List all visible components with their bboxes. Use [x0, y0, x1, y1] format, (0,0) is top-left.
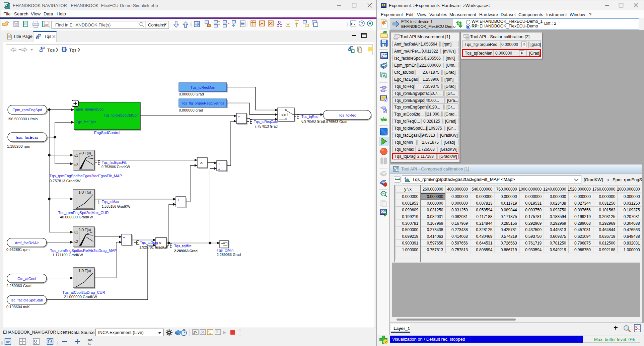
svg-text:Tqs_rpmEngSpdfacEgas2facEgasFi: Tqs_rpmEngSpdfacEgas2facEgasFilt_MAP: [50, 174, 122, 178]
svg-text:Tqs_tqMin: Tqs_tqMin: [217, 248, 233, 252]
svg-text:0.480469: 0.480469: [476, 234, 492, 239]
svg-text:0.292969: 0.292969: [525, 221, 542, 226]
svg-text:0.000000: 0.000000: [599, 194, 615, 199]
svg-text:0.900391: 0.900391: [402, 241, 418, 246]
svg-text:0.968750: 0.968750: [574, 248, 591, 252]
svg-text:0.437500: 0.437500: [525, 227, 542, 232]
svg-text:0.761719: 0.761719: [525, 241, 542, 246]
svg-text:a+b: a+b: [383, 119, 387, 121]
svg-text:0.273438: 0.273438: [427, 227, 443, 232]
svg-text:0.808594: 0.808594: [476, 248, 492, 252]
svg-text:Tqs_tqReqMan: Tqs_tqReqMan: [191, 85, 215, 89]
svg-text:u2: u2: [74, 163, 78, 167]
svg-text:0.796875: 0.796875: [574, 241, 591, 246]
svg-text:0.031250: 0.031250: [451, 208, 468, 212]
svg-text:191: 191: [193, 331, 197, 333]
svg-text:100: 100: [87, 339, 92, 342]
svg-text:760.000000: 760.000000: [496, 187, 517, 192]
svg-text:0.001953: 0.001953: [402, 201, 418, 206]
svg-text:0.832031: 0.832031: [624, 241, 640, 246]
svg-text:0.285156: 0.285156: [501, 221, 517, 226]
svg-text:0.636719: 0.636719: [599, 234, 615, 239]
svg-text:0.574219: 0.574219: [501, 234, 517, 239]
svg-text:%: %: [88, 343, 91, 346]
svg-text:Tqs_tqMax: Tqs_tqMax: [102, 200, 119, 204]
svg-text:Tqs_atCool2tqDrag_CUR: Tqs_atCool2tqDrag_CUR: [62, 290, 105, 294]
svg-text:0.000000 grad: 0.000000 grad: [179, 108, 203, 112]
svg-text:0.328125: 0.328125: [476, 227, 492, 232]
svg-text:1.535156 GradKW: 1.535156 GradKW: [102, 205, 131, 208]
svg-text:0.289063: 0.289063: [574, 221, 591, 226]
svg-text:0.109375: 0.109375: [624, 208, 640, 212]
svg-text:0.000000: 0.000000: [476, 194, 492, 199]
svg-text:0.099609: 0.099609: [402, 208, 418, 212]
svg-text:Tqs_flgTorqueReqOverride: Tqs_flgTorqueReqOverride: [181, 101, 225, 105]
svg-text:0.207031: 0.207031: [624, 214, 640, 219]
svg-text:0.082031: 0.082031: [451, 214, 468, 219]
svg-text:0.000000: 0.000000: [427, 194, 443, 199]
svg-text:×: ×: [200, 160, 203, 165]
svg-text:0.175781: 0.175781: [525, 214, 542, 219]
svg-text:540.000000: 540.000000: [472, 187, 492, 192]
svg-text:196.500000 U/min: 196.500000 U/min: [7, 117, 38, 121]
svg-text:?: ?: [384, 340, 387, 344]
svg-text:2.289063 Grad: 2.289063 Grad: [6, 284, 31, 288]
svg-text:0.757813 GradKW: 0.757813 GradKW: [50, 179, 81, 183]
svg-text:2000.000000: 2000.000000: [617, 187, 640, 192]
svg-text:0.000000: 0.000000: [501, 194, 517, 199]
svg-text:0.000000: 0.000000: [525, 194, 542, 199]
svg-text:+: +: [218, 167, 220, 171]
svg-text:0.167969: 0.167969: [427, 221, 443, 226]
svg-text:0.171875: 0.171875: [501, 214, 517, 219]
svg-text:0.933594: 0.933594: [525, 248, 542, 252]
svg-text:u1: u1: [74, 154, 78, 157]
svg-text:0.699219: 0.699219: [402, 234, 418, 239]
svg-text:+: +: [123, 235, 125, 239]
svg-text:0.757813: 0.757813: [427, 248, 443, 252]
svg-text:2-D T(u): 2-D T(u): [78, 151, 91, 155]
svg-text:260.000000: 260.000000: [422, 187, 443, 192]
svg-text:0.000000: 0.000000: [624, 194, 640, 199]
svg-text:0.593750: 0.593750: [525, 234, 542, 239]
svg-text:0.082031: 0.082031: [427, 214, 443, 219]
svg-text:2-D T(u): 2-D T(u): [78, 228, 91, 232]
svg-text:0.457031: 0.457031: [574, 227, 591, 232]
svg-text:0.214844: 0.214844: [476, 221, 492, 226]
svg-text:0.304688: 0.304688: [624, 221, 640, 226]
svg-text:0.000000: 0.000000: [574, 194, 591, 199]
svg-text:Tqs_tqReq: Tqs_tqReq: [301, 115, 318, 119]
svg-text:0.597656: 0.597656: [451, 241, 468, 246]
svg-text:0.886719: 0.886719: [501, 248, 517, 252]
svg-text:+: +: [177, 198, 180, 202]
svg-text:0.992188: 0.992188: [599, 248, 615, 252]
svg-text:0.726563: 0.726563: [501, 241, 517, 246]
svg-text:0.962891 rpm: 0.962891 rpm: [6, 248, 29, 252]
svg-text:0.753906 GradKW: 0.753906 GradKW: [101, 165, 130, 169]
svg-text:0.292969: 0.292969: [599, 221, 615, 226]
svg-text:6.976563 Grad: 6.976563 Grad: [323, 120, 347, 124]
svg-text:Tqs_facEgasFilt: Tqs_facEgasFilt: [102, 161, 127, 164]
svg-text:0.000000: 0.000000: [402, 194, 418, 199]
svg-text:0.183594: 0.183594: [550, 214, 566, 219]
svg-text:0.300781: 0.300781: [402, 221, 418, 226]
svg-text:0.011719: 0.011719: [501, 201, 517, 206]
svg-text:0.425781: 0.425781: [501, 227, 517, 232]
svg-text:Tqs_tqReqCalc: Tqs_tqReqCalc: [254, 120, 278, 124]
svg-text:0.167969: 0.167969: [451, 221, 468, 226]
svg-text:0.000000: 0.000000: [427, 201, 443, 206]
svg-text:0.949219: 0.949219: [550, 248, 566, 252]
svg-text:0.019531: 0.019531: [525, 201, 542, 206]
svg-text:6.976563 Grad: 6.976563 Grad: [301, 120, 325, 123]
svg-text:>= 1: >= 1: [281, 113, 289, 117]
svg-text:1.158203 rpm: 1.158203 rpm: [7, 144, 30, 148]
svg-text:Egc_facEgas: Egc_facEgas: [16, 135, 39, 139]
svg-text:0.031250: 0.031250: [624, 201, 640, 206]
svg-text:0.000000: 0.000000: [451, 194, 468, 199]
svg-text:EngSpdControl: EngSpdControl: [94, 131, 120, 135]
svg-text:Tqs_tqMin: Tqs_tqMin: [174, 244, 191, 248]
svg-text:1-D T(u): 1-D T(u): [78, 269, 91, 273]
svg-text:Tqs_tqReq: Tqs_tqReq: [338, 113, 356, 117]
svg-text:0.476563: 0.476563: [624, 227, 640, 232]
svg-text:0.757813: 0.757813: [451, 248, 468, 252]
svg-text:Tqs_tqIdleSpdCtrlCorr: Tqs_tqIdleSpdCtrlCorr: [104, 113, 139, 117]
